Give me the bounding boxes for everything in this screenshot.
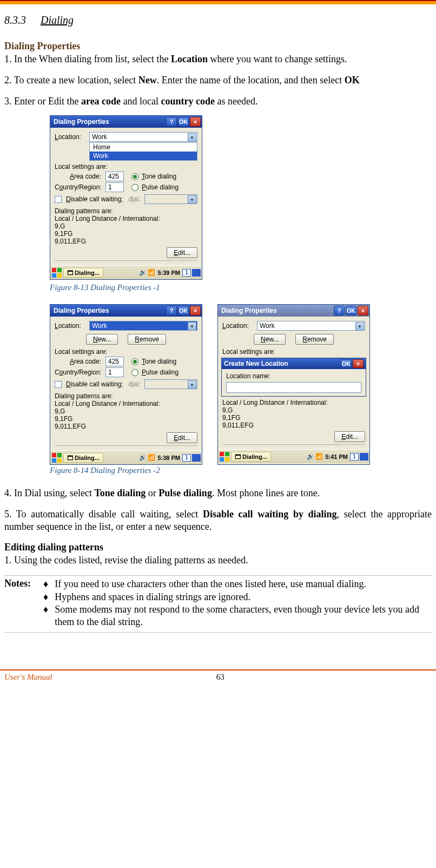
edit-button[interactable]: Edit...: [334, 431, 365, 442]
pulse-label: Pulse dialing: [142, 183, 179, 191]
location-name-input[interactable]: [226, 382, 361, 393]
country-input[interactable]: 1: [105, 182, 124, 192]
start-icon[interactable]: [51, 267, 62, 278]
pattern-line-1: 9,G: [55, 407, 197, 415]
dialing-window-1: Dialing Properties ? OK × Location: Work…: [50, 115, 202, 280]
titlebar: Dialing Properties ? OK ×: [50, 116, 202, 128]
editing-heading: Editing dialing patterns: [4, 542, 432, 553]
page-footer: User's Manual 63: [0, 669, 436, 688]
footer-page: 63: [52, 673, 388, 682]
start-icon[interactable]: [51, 452, 62, 463]
top-color-bar: [0, 0, 436, 4]
location-combo[interactable]: Work ▼: [89, 132, 197, 142]
dial-label: dial:: [128, 380, 140, 388]
note-item: ♦If you need to use characters other tha…: [43, 578, 432, 590]
task-button-dialing[interactable]: 🗔 Dialing...: [63, 453, 103, 463]
tray-icon[interactable]: 🔊: [307, 453, 314, 460]
pattern-line-2: 9,1FG: [55, 230, 197, 238]
area-code-input[interactable]: 425: [105, 172, 124, 181]
section-title: Dialing: [41, 14, 74, 26]
section-number: 8.3.3: [4, 14, 26, 26]
tone-label: Tone dialing: [142, 358, 176, 365]
remove-button[interactable]: Remove: [295, 334, 334, 345]
location-combo[interactable]: Work ▼: [89, 321, 197, 331]
tone-label: Tone dialing: [142, 173, 176, 180]
tray-icon[interactable]: 📶: [315, 453, 323, 460]
location-name-label: Location name:: [226, 372, 361, 380]
help-button[interactable]: ?: [334, 306, 345, 315]
patterns-heading: Dialing patterns are:: [55, 207, 197, 215]
start-icon[interactable]: [219, 451, 230, 462]
keyboard-icon[interactable]: 1: [350, 453, 359, 461]
modal-close-button[interactable]: ×: [353, 359, 364, 368]
new-button[interactable]: New...: [254, 334, 286, 345]
location-listbox[interactable]: Home Work: [89, 142, 197, 161]
patterns-heading: Dialing patterns are:: [55, 392, 197, 400]
pulse-radio[interactable]: [131, 369, 138, 376]
local-settings-label: Local settings are:: [55, 163, 197, 170]
country-input[interactable]: 1: [105, 367, 124, 377]
chevron-down-icon[interactable]: ▼: [188, 133, 196, 142]
note-item: ♦Some modems may not respond to the some…: [43, 603, 432, 629]
task-button-dialing[interactable]: 🗔 Dialing...: [231, 452, 271, 462]
disable-checkbox[interactable]: [55, 196, 62, 203]
new-button[interactable]: New...: [86, 334, 118, 345]
keyboard-icon[interactable]: 1: [182, 269, 191, 277]
help-button[interactable]: ?: [166, 306, 177, 315]
location-combo[interactable]: Work ▼: [257, 321, 365, 331]
chevron-down-icon[interactable]: ▼: [188, 322, 196, 331]
modal-ok-button[interactable]: OK: [341, 359, 352, 368]
cascade-icon[interactable]: [192, 269, 201, 277]
tray-icon[interactable]: 📶: [148, 454, 155, 461]
taskbar: 🗔 Dialing... 🔊 📶 5:38 PM 1: [50, 450, 202, 464]
pattern-line-3: 9,011,EFG: [55, 238, 197, 245]
cascade-icon[interactable]: [360, 453, 368, 461]
tone-radio[interactable]: [131, 358, 138, 365]
modal-titlebar: Create New Location OK ×: [222, 358, 366, 369]
create-new-location-dialog: Create New Location OK × Location name:: [221, 358, 366, 397]
remove-button[interactable]: Remove: [128, 334, 166, 345]
taskbar-time: 5:38 PM: [157, 455, 180, 461]
pulse-radio[interactable]: [131, 184, 138, 191]
disable-checkbox[interactable]: [55, 381, 62, 388]
taskbar: 🗔 Dialing... 🔊 📶 5:39 PM 1: [50, 265, 202, 279]
edit-button[interactable]: Edit...: [167, 432, 197, 443]
disable-label: Disable call waiting;: [66, 195, 123, 203]
tray-icon[interactable]: 🔊: [139, 454, 147, 461]
ok-button[interactable]: OK: [178, 117, 189, 127]
section-heading: 8.3.3 Dialing: [4, 14, 432, 27]
chevron-down-icon[interactable]: ▼: [355, 322, 364, 331]
tone-radio[interactable]: [131, 173, 138, 180]
pattern-line-3: 9,011,EFG: [222, 422, 365, 429]
help-button[interactable]: ?: [166, 117, 177, 127]
pattern-line-3: 9,011,EFG: [55, 423, 197, 430]
tray-icon[interactable]: 🔊: [139, 269, 147, 276]
tray-icon[interactable]: 📶: [148, 269, 155, 276]
disable-label: Disable call waiting;: [66, 380, 123, 388]
window-title: Dialing Properties: [54, 118, 165, 126]
area-code-input[interactable]: 425: [105, 357, 124, 366]
cascade-icon[interactable]: [192, 454, 201, 462]
task-button-dialing[interactable]: 🗔 Dialing...: [63, 268, 103, 278]
dialing-window-2b: Dialing Properties ? OK × Location: Work…: [217, 304, 370, 465]
ok-button[interactable]: OK: [178, 306, 189, 315]
keyboard-icon[interactable]: 1: [182, 454, 191, 462]
location-option-work[interactable]: Work: [90, 152, 197, 160]
close-button[interactable]: ×: [358, 306, 368, 315]
titlebar-inactive: Dialing Properties ? OK ×: [218, 305, 369, 317]
page-content: 8.3.3 Dialing Dialing Properties 1. In t…: [0, 14, 436, 633]
taskbar-time: 5:39 PM: [157, 269, 180, 276]
ok-button[interactable]: OK: [346, 306, 356, 315]
pattern-line-1: 9,G: [222, 406, 365, 414]
close-button[interactable]: ×: [190, 117, 201, 127]
figure-2: Dialing Properties ? OK × Location: Work…: [50, 304, 432, 465]
pattern-line-2: 9,1FG: [222, 414, 365, 422]
taskbar: 🗔 Dialing... 🔊 📶 5:41 PM 1: [218, 449, 369, 463]
location-option-home[interactable]: Home: [90, 143, 197, 152]
note-item: ♦Hyphens and spaces in dialing strings a…: [43, 591, 432, 603]
close-button[interactable]: ×: [190, 306, 201, 315]
dial-combo: ▼: [144, 194, 197, 204]
patterns-subheading: Local / Long Distance / International:: [222, 399, 365, 406]
figure-1: Dialing Properties ? OK × Location: Work…: [50, 115, 432, 280]
edit-button[interactable]: Edit...: [167, 247, 197, 258]
